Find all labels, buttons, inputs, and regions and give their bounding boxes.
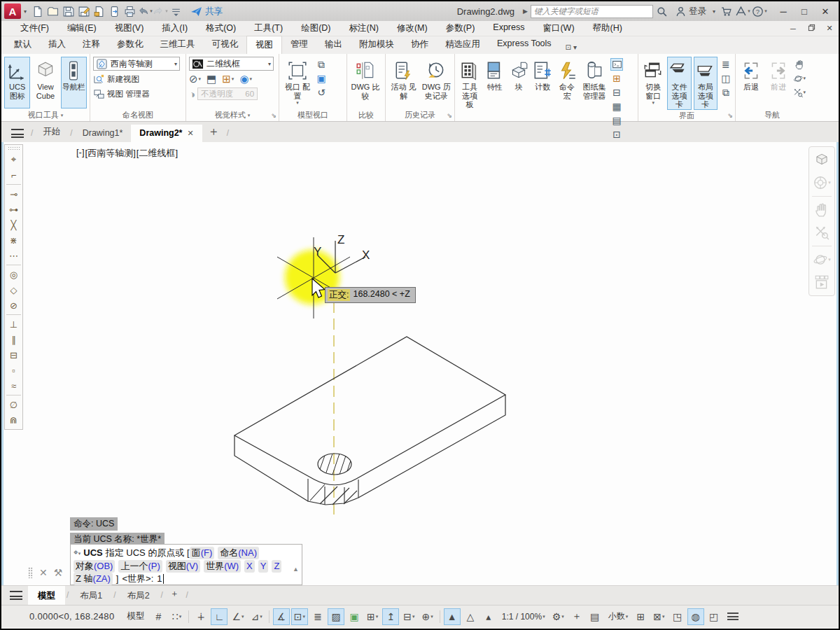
- viewcube-toggle[interactable]: View Cube: [32, 57, 58, 108]
- units-icon[interactable]: ▤: [587, 608, 603, 625]
- annotation-visibility-toggle[interactable]: ▲: [444, 608, 461, 625]
- no-shadow-button[interactable]: ⊘▾: [189, 73, 201, 85]
- ucs-option-named[interactable]: 命名(NA): [218, 547, 259, 559]
- snap-to-nearest-button[interactable]: ≈: [6, 378, 22, 393]
- ucs-option-y[interactable]: Y: [258, 560, 269, 573]
- snap-to-intersection-button[interactable]: ╳: [6, 217, 22, 232]
- transparency-toggle[interactable]: ▨: [328, 608, 344, 625]
- section-plane-toggle[interactable]: ⊟▾: [400, 608, 417, 625]
- dynamic-ucs-toggle[interactable]: ↥: [382, 608, 399, 625]
- tile-horizontally-icon[interactable]: ≣: [720, 58, 732, 71]
- snap-mode-toggle[interactable]: ∷▾: [168, 608, 185, 625]
- ucs-option-previous[interactable]: 上一个(P): [118, 560, 162, 573]
- pan-button[interactable]: [813, 201, 831, 219]
- command-macros-button[interactable]: 命令 宏: [556, 57, 578, 141]
- tile-vertically-icon[interactable]: ◫: [720, 72, 732, 85]
- ucs-option-zaxis[interactable]: Z 轴(ZA): [74, 573, 113, 585]
- tab-manage[interactable]: 管理: [282, 36, 316, 54]
- plot-button[interactable]: [122, 4, 137, 19]
- units-value[interactable]: 小数▾: [605, 608, 631, 625]
- snap-to-tangent-button[interactable]: ⊘: [6, 298, 22, 313]
- new-view-button[interactable]: 新建视图: [93, 74, 183, 85]
- search-icon[interactable]: [654, 4, 670, 19]
- panel-label-navigate[interactable]: 导航: [736, 109, 808, 121]
- command-input-value[interactable]: 1: [157, 573, 162, 585]
- ucs-option-object[interactable]: 对象(OB): [74, 560, 115, 573]
- polar-tracking-toggle[interactable]: ∠▾: [229, 608, 246, 625]
- autodesk-apps-icon[interactable]: ▾: [735, 4, 750, 19]
- new-drawing-button[interactable]: ＋: [202, 122, 225, 142]
- reference-palette-icon[interactable]: ⊟: [610, 86, 623, 99]
- drawing-area[interactable]: [-] [西南等轴测] [二维线框]: [1, 142, 839, 585]
- batch-save-button[interactable]: [91, 4, 106, 19]
- model-space-toggle[interactable]: 模型: [122, 608, 148, 625]
- tool-palettes-button[interactable]: 工具 选项板: [458, 57, 482, 141]
- object-snap-tracking-toggle[interactable]: ∡: [273, 608, 290, 625]
- menu-item[interactable]: 视图(V): [106, 22, 153, 34]
- menu-item[interactable]: 窗口(W): [533, 22, 583, 34]
- command-customize-wrench-icon[interactable]: ⚒: [54, 567, 63, 578]
- layer-palette-icon[interactable]: ⊞: [610, 72, 623, 85]
- qat-customize-button[interactable]: [168, 4, 183, 19]
- model-tab[interactable]: 模型: [28, 586, 65, 605]
- interface-launcher-icon[interactable]: ⇘: [727, 112, 733, 119]
- ucs-option-world[interactable]: 世界(W): [204, 560, 241, 573]
- undo-button[interactable]: ▾: [137, 4, 153, 19]
- snap-to-apparent-intersection-button[interactable]: ⋇: [6, 232, 22, 248]
- new-layout-button[interactable]: ＋: [164, 586, 185, 605]
- ucs-icon-toggle[interactable]: UCS 图标: [4, 57, 30, 108]
- edge-effects-button[interactable]: ⬒: [206, 73, 216, 85]
- face-style-button[interactable]: ⊞▾: [222, 73, 234, 85]
- tab-featured-apps[interactable]: 精选应用: [437, 36, 489, 54]
- isometric-drafting-toggle[interactable]: ⊿▾: [248, 608, 265, 625]
- history-launcher-icon[interactable]: ⇘: [447, 112, 452, 119]
- navigate-forward-button[interactable]: 前进: [766, 57, 791, 108]
- viewcube-tool-button[interactable]: [813, 151, 831, 169]
- menu-item[interactable]: Express: [484, 22, 533, 34]
- snap-to-center-button[interactable]: ◎: [6, 267, 22, 282]
- panel-label-interface[interactable]: 界面: [638, 111, 735, 121]
- ucs-option-z[interactable]: Z: [272, 560, 281, 573]
- tab-parametric[interactable]: 参数化: [108, 36, 152, 54]
- tab-view[interactable]: 视图: [246, 36, 282, 54]
- tab-express-tools[interactable]: Express Tools: [489, 36, 560, 54]
- viewport-config-button[interactable]: 视口 配置▾: [282, 57, 313, 108]
- layout2-tab[interactable]: 布局2: [118, 586, 160, 605]
- layout-menu-icon[interactable]: [10, 591, 22, 600]
- navigation-bar-toggle[interactable]: 导航栏: [61, 57, 87, 108]
- snap-from-button[interactable]: ⌐: [6, 167, 22, 183]
- orbit-button[interactable]: ▾: [813, 251, 831, 269]
- status-customize-button[interactable]: [724, 608, 741, 625]
- activity-insights-button[interactable]: 活动 见解: [388, 57, 419, 108]
- dynamic-input-toggle[interactable]: ∔: [192, 608, 209, 625]
- opacity-icon[interactable]: ◑: [189, 88, 195, 100]
- snap-to-midpoint-button[interactable]: ⊶: [6, 202, 22, 217]
- panel-label-visual-styles[interactable]: 视觉样式▾: [186, 109, 279, 121]
- snap-to-perpendicular-button[interactable]: ⊥: [6, 316, 22, 332]
- command-scroll-up-icon[interactable]: ▲: [293, 563, 299, 575]
- cascade-windows-icon[interactable]: ⧉: [720, 86, 732, 99]
- maximize-button[interactable]: □: [794, 3, 815, 20]
- ucs-option-view[interactable]: 视图(V): [166, 560, 200, 573]
- object-snap-toggle[interactable]: ⊡▾: [291, 608, 308, 625]
- command-ucs-badge-icon[interactable]: ⌖▾: [74, 546, 80, 560]
- panel-label-viewport-tools[interactable]: 视口工具▾: [1, 109, 90, 121]
- grid-display-toggle[interactable]: #: [150, 608, 167, 625]
- menu-item[interactable]: 帮助(H): [584, 22, 631, 34]
- search-expand-icon[interactable]: ▶: [523, 8, 528, 15]
- snap-to-extension-button[interactable]: ⋯: [6, 248, 22, 263]
- clipboard-palette-icon[interactable]: ⊡: [610, 128, 623, 141]
- navigate-back-button[interactable]: 后退: [738, 57, 764, 108]
- zoom-icon[interactable]: ▾: [793, 86, 806, 99]
- doc-close-button[interactable]: ✕: [820, 24, 839, 33]
- snap-to-quadrant-button[interactable]: ◇: [6, 282, 22, 298]
- menu-item[interactable]: 修改(M): [388, 22, 437, 34]
- doc-restore-button[interactable]: [802, 24, 820, 33]
- menu-item[interactable]: 插入(I): [153, 22, 197, 34]
- search-input[interactable]: [531, 7, 652, 15]
- close-button[interactable]: ✕: [815, 3, 836, 20]
- pan-icon[interactable]: [793, 58, 806, 71]
- annotation-monitor-toggle[interactable]: ＋: [568, 608, 585, 625]
- tab-close-icon[interactable]: ✕: [188, 129, 194, 138]
- panel-label-history[interactable]: 历史记录: [386, 109, 454, 121]
